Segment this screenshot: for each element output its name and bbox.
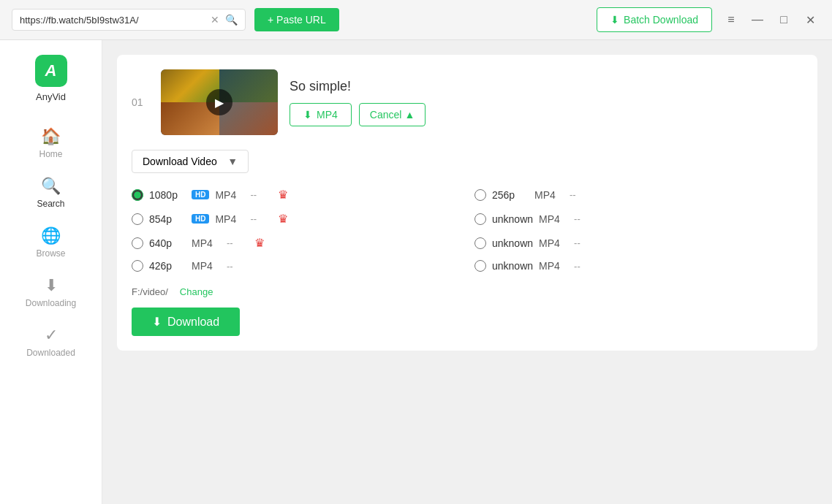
url-bar: https://fb.watch/5bI9stw31A/ ✕ 🔍 bbox=[12, 9, 246, 31]
download-icon: ⬇ bbox=[303, 109, 312, 121]
radio-unknown-3[interactable] bbox=[474, 260, 486, 272]
search-icon: 🔍 bbox=[41, 177, 61, 196]
radio-unknown-2[interactable] bbox=[474, 237, 486, 249]
paste-url-button[interactable]: + Paste URL bbox=[254, 8, 339, 31]
play-button[interactable]: ▶ bbox=[206, 89, 232, 115]
premium-icon-640: ♛ bbox=[254, 236, 265, 250]
quality-label-426: 426p bbox=[149, 260, 186, 272]
quality-label-unknown-2: unknown bbox=[492, 237, 533, 249]
quality-label-640: 640p bbox=[149, 237, 186, 249]
sidebar-item-downloaded[interactable]: ✓ Downloaded bbox=[11, 318, 91, 365]
radio-unknown-1[interactable] bbox=[474, 213, 486, 225]
radio-426p[interactable] bbox=[132, 260, 143, 272]
sidebar-item-downloading[interactable]: ⬇ Downloading bbox=[11, 269, 91, 316]
size-unknown-3: -- bbox=[574, 261, 596, 272]
size-426: -- bbox=[227, 261, 249, 272]
size-256: -- bbox=[570, 189, 591, 200]
format-unknown-1: MP4 bbox=[539, 213, 568, 225]
sidebar-label-search: Search bbox=[37, 199, 64, 209]
quality-label-unknown-3: unknown bbox=[492, 260, 533, 272]
quality-row-unknown-3: unknown MP4 -- bbox=[474, 257, 803, 275]
home-icon: 🏠 bbox=[41, 127, 61, 146]
size-1080: -- bbox=[250, 189, 272, 200]
sidebar-label-home: Home bbox=[39, 149, 62, 159]
app-logo: A bbox=[35, 55, 67, 87]
format-854: MP4 bbox=[215, 213, 244, 225]
browse-icon: 🌐 bbox=[41, 226, 61, 245]
window-controls: ≡ — □ ✕ bbox=[721, 9, 820, 30]
download-button[interactable]: ⬇ Download bbox=[132, 308, 240, 336]
mp4-button[interactable]: ⬇ MP4 bbox=[290, 103, 352, 126]
quality-label-854: 854p bbox=[149, 213, 186, 225]
size-640: -- bbox=[227, 237, 249, 248]
radio-640p[interactable] bbox=[132, 237, 143, 249]
sidebar-item-search[interactable]: 🔍 Search bbox=[11, 169, 91, 216]
main-layout: A AnyVid 🏠 Home 🔍 Search 🌐 Browse ⬇ Down… bbox=[0, 40, 832, 504]
size-854: -- bbox=[250, 213, 272, 224]
video-actions: ⬇ MP4 Cancel ▲ bbox=[290, 103, 426, 126]
downloaded-icon: ✓ bbox=[45, 326, 58, 345]
sidebar-item-home[interactable]: 🏠 Home bbox=[11, 120, 91, 167]
premium-icon-1080: ♛ bbox=[278, 188, 288, 202]
change-path-link[interactable]: Change bbox=[180, 286, 213, 297]
sidebar-item-browse[interactable]: 🌐 Browse bbox=[11, 219, 91, 266]
video-header: 01 ▶ So simple! ⬇ MP4 bbox=[132, 69, 803, 135]
radio-256p[interactable] bbox=[474, 189, 486, 201]
quality-label-1080: 1080p bbox=[149, 189, 186, 201]
quality-row-640: 640p MP4 -- ♛ bbox=[132, 233, 460, 253]
url-search-icon: 🔍 bbox=[225, 14, 238, 26]
menu-button[interactable]: ≡ bbox=[721, 9, 741, 30]
maximize-button[interactable]: □ bbox=[774, 9, 794, 30]
cancel-button[interactable]: Cancel ▲ bbox=[359, 103, 426, 126]
format-1080: MP4 bbox=[215, 189, 244, 201]
download-icon: ⬇ bbox=[610, 14, 619, 26]
format-640: MP4 bbox=[192, 237, 221, 249]
quality-row-256: 256p MP4 -- bbox=[474, 185, 803, 205]
video-number: 01 bbox=[132, 96, 149, 108]
size-unknown-1: -- bbox=[574, 213, 596, 224]
premium-icon-854: ♛ bbox=[278, 212, 288, 226]
download-btn-label: Download bbox=[167, 316, 219, 329]
quality-row-1080: 1080p HD MP4 -- ♛ bbox=[132, 185, 460, 205]
sidebar: A AnyVid 🏠 Home 🔍 Search 🌐 Browse ⬇ Down… bbox=[0, 40, 102, 504]
minimize-button[interactable]: — bbox=[747, 9, 768, 30]
path-row: F:/video/ Change bbox=[132, 286, 803, 297]
logo-letter: A bbox=[45, 61, 57, 80]
download-options: Download Video ▼ 1080p HD MP4 -- ♛ bbox=[132, 150, 803, 336]
download-btn-icon: ⬇ bbox=[152, 315, 162, 329]
hd-badge-854: HD bbox=[192, 214, 209, 224]
close-button[interactable]: ✕ bbox=[800, 9, 820, 30]
quality-label-256: 256p bbox=[492, 189, 529, 201]
hd-badge-1080: HD bbox=[192, 190, 209, 199]
video-title: So simple! bbox=[290, 79, 426, 94]
quality-label-unknown-1: unknown bbox=[492, 213, 533, 225]
video-thumbnail: ▶ bbox=[161, 69, 278, 135]
quality-row-unknown-1: unknown MP4 -- bbox=[474, 209, 803, 229]
video-card: 01 ▶ So simple! ⬇ MP4 bbox=[117, 55, 817, 351]
radio-1080p[interactable] bbox=[132, 189, 143, 201]
content-area: 01 ▶ So simple! ⬇ MP4 bbox=[102, 40, 832, 504]
save-path: F:/video/ bbox=[132, 286, 168, 297]
radio-854p[interactable] bbox=[132, 213, 143, 225]
url-text: https://fb.watch/5bI9stw31A/ bbox=[20, 15, 205, 26]
quality-row-854: 854p HD MP4 -- ♛ bbox=[132, 209, 460, 229]
chevron-up-icon: ▲ bbox=[404, 109, 415, 121]
title-bar: https://fb.watch/5bI9stw31A/ ✕ 🔍 + Paste… bbox=[0, 0, 832, 40]
video-info: So simple! ⬇ MP4 Cancel ▲ bbox=[290, 79, 426, 126]
url-clear-button[interactable]: ✕ bbox=[211, 14, 219, 26]
format-426: MP4 bbox=[192, 260, 221, 272]
downloading-icon: ⬇ bbox=[45, 276, 58, 295]
dropdown-row: Download Video ▼ bbox=[132, 150, 803, 173]
logo-area: A AnyVid bbox=[35, 47, 67, 117]
format-unknown-2: MP4 bbox=[539, 237, 568, 249]
format-256: MP4 bbox=[534, 189, 564, 201]
quality-row-unknown-2: unknown MP4 -- bbox=[474, 233, 803, 253]
sidebar-label-browse: Browse bbox=[36, 248, 65, 259]
download-type-dropdown[interactable]: Download Video ▼ bbox=[132, 150, 249, 173]
format-unknown-3: MP4 bbox=[539, 260, 568, 272]
batch-download-button[interactable]: ⬇ Batch Download bbox=[597, 7, 712, 32]
size-unknown-2: -- bbox=[574, 237, 596, 248]
sidebar-label-downloading: Downloading bbox=[26, 298, 76, 308]
chevron-down-icon: ▼ bbox=[227, 156, 238, 167]
quality-row-426: 426p MP4 -- bbox=[132, 257, 460, 275]
